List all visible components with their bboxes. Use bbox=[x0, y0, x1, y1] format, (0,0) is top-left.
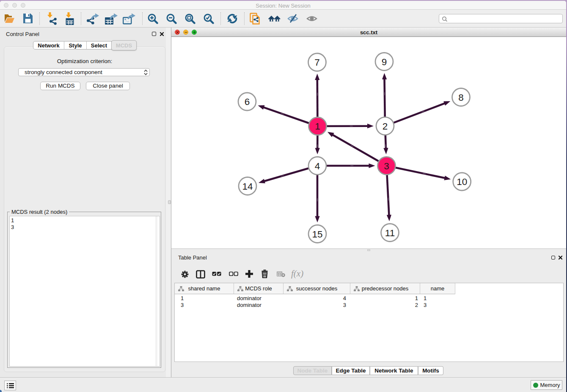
svg-text:3: 3 bbox=[384, 161, 389, 171]
svg-text:15: 15 bbox=[312, 229, 322, 240]
svg-text:1: 1 bbox=[315, 121, 320, 132]
svg-text:6: 6 bbox=[245, 97, 250, 107]
svg-text:11: 11 bbox=[385, 228, 395, 238]
svg-text:9: 9 bbox=[382, 57, 387, 67]
svg-text:10: 10 bbox=[457, 177, 467, 187]
svg-text:2: 2 bbox=[383, 121, 388, 132]
svg-text:4: 4 bbox=[315, 161, 320, 171]
svg-text:7: 7 bbox=[314, 57, 320, 68]
svg-text:8: 8 bbox=[458, 92, 464, 103]
svg-text:14: 14 bbox=[242, 181, 253, 192]
